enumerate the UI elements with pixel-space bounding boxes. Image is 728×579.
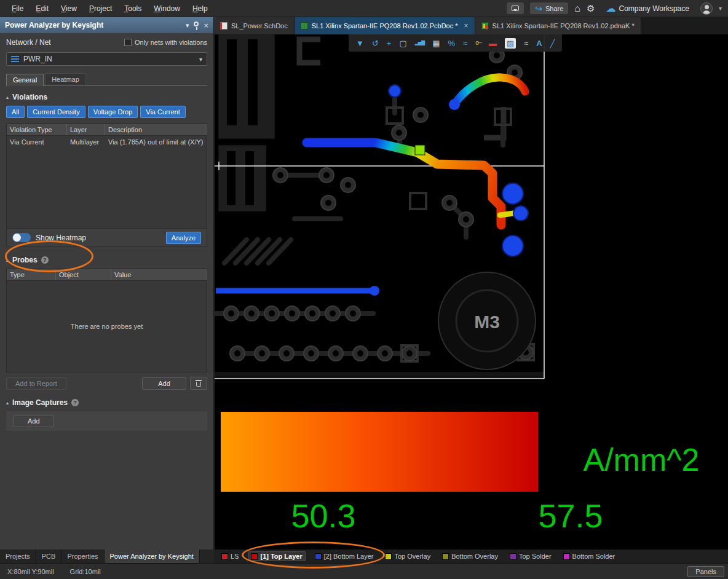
col-description: Description (105, 124, 207, 135)
layer-tab-top-overlay[interactable]: Top Overlay (382, 552, 433, 561)
violations-section-header[interactable]: ▴ Violations (6, 93, 207, 101)
line-tool-icon[interactable]: ╱ (550, 39, 555, 47)
via (449, 99, 460, 110)
panel-tabs: General Heatmap (6, 73, 207, 86)
selection-rect-icon[interactable]: ▢ (399, 39, 406, 47)
show-heatmap-label: Show Heatmap (36, 234, 86, 242)
collapse-triangle-icon: ▴ (6, 400, 9, 406)
cloud-icon: ☁ (606, 4, 615, 14)
cursor-coordinates: X:80mil Y:90mil (7, 568, 54, 575)
filter-all-button[interactable]: All (6, 106, 25, 118)
layer-tab-bottom-solder[interactable]: Bottom Solder (561, 552, 618, 561)
legend-left-value: 50.3 (291, 497, 355, 534)
filter-via-current-button[interactable]: Via Current (140, 106, 185, 118)
mount-hole-label: M3 (474, 312, 500, 332)
select-filter-icon[interactable]: ▼ (356, 39, 364, 47)
filter-voltage-drop-button[interactable]: Voltage Drop (88, 106, 138, 118)
heatmap-tool-icon[interactable]: ▨ (505, 38, 516, 49)
violation-row[interactable]: Via Current Multilayer Via (1.785A) out … (7, 136, 207, 148)
layer-label: Bottom Solder (572, 553, 615, 560)
measure-icon[interactable]: % (448, 39, 455, 47)
violations-only-label: Only nets with violations (135, 39, 207, 46)
user-menu-caret-icon[interactable]: ▾ (719, 6, 722, 12)
filter-current-density-button[interactable]: Current Density (27, 106, 85, 118)
lasso-icon[interactable]: ↺ (372, 39, 379, 47)
panels-button[interactable]: Panels (687, 566, 724, 577)
grid-setting: Grid:10mil (70, 568, 101, 575)
home-icon[interactable]: ⌂ (574, 4, 580, 14)
layer-tab-bottom-overlay[interactable]: Bottom Overlay (440, 552, 501, 561)
legend-gradient-bar (221, 412, 538, 492)
red-rect-icon[interactable]: ▬ (489, 39, 497, 47)
net-dropdown[interactable]: PWR_IN ▾ (6, 52, 207, 66)
menu-bar: File Edit View Project Tools Window Help… (0, 0, 728, 17)
menu-view[interactable]: View (55, 2, 82, 15)
tab-heatmap[interactable]: Heatmap (45, 73, 86, 85)
add-capture-button[interactable]: Add (14, 415, 54, 427)
layer-color-swatch (251, 553, 258, 560)
probes-section-header[interactable]: ▴ Probes ? (6, 256, 207, 264)
via (513, 206, 528, 221)
tab-pcbdoc[interactable]: SL1 Xilinx Spartan-IIE PQ208 Rev1.02.Pcb… (295, 17, 475, 34)
layer-color-swatch (442, 553, 449, 560)
menu-file[interactable]: File (6, 2, 29, 15)
probes-title: Probes (12, 256, 38, 264)
tab-pcb[interactable]: PCB (36, 549, 62, 563)
tab-power-analyzer[interactable]: Power Analyzer by Keysight (105, 549, 200, 563)
delete-probe-button[interactable] (190, 377, 207, 390)
layer-tab-bar: LS [1] Top Layer [2] Bottom Layer Top Ov… (214, 549, 622, 563)
comments-button[interactable] (507, 2, 524, 14)
col-value: Value (111, 269, 207, 280)
pcb-toolbar: ▼ ↺ + ▢ ▂▅▇ ▦ % ≈ o─ ▬ ▨ ≈ A ╱ (349, 34, 562, 52)
layer-tab-ls[interactable]: LS (219, 552, 241, 561)
tab-properties[interactable]: Properties (61, 549, 104, 563)
layer-tab-top-layer[interactable]: [1] Top Layer (248, 551, 305, 561)
key-icon[interactable]: o─ (475, 40, 481, 46)
share-button[interactable]: ↪ Share (530, 2, 568, 14)
layer-label: Top Overlay (394, 553, 430, 560)
violations-only-checkbox[interactable] (124, 39, 132, 46)
tab-general[interactable]: General (6, 74, 44, 86)
tab-schdoc-label: SL_Power.SchDoc (231, 22, 288, 30)
tab-schdoc[interactable]: SL_Power.SchDoc (214, 17, 295, 34)
share-label: Share (545, 5, 563, 12)
col-type: Type (7, 269, 56, 280)
image-captures-section-header[interactable]: ▴ Image Captures ? (6, 398, 207, 407)
menu-edit[interactable]: Edit (30, 2, 54, 15)
layer-tab-bottom-layer[interactable]: [2] Bottom Layer (312, 552, 376, 561)
grid-icon[interactable]: ▦ (432, 39, 440, 47)
text-tool-icon[interactable]: A (536, 39, 542, 47)
tab-close-icon[interactable]: × (464, 22, 469, 30)
add-to-report-button[interactable]: Add to Report (6, 377, 66, 390)
col-violation-type: Violation Type (7, 124, 67, 135)
bar-chart-icon[interactable]: ▂▅▇ (415, 41, 424, 45)
analyze-button[interactable]: Analyze (166, 232, 201, 244)
gear-icon[interactable]: ⚙ (587, 4, 595, 13)
probes-help-icon[interactable]: ? (41, 256, 49, 264)
panel-menu-caret-icon[interactable]: ▾ (186, 22, 189, 30)
tab-pdna[interactable]: SL1 Xilinx Spartan-IIE PQ208 Rev1.02.pdn… (475, 17, 641, 34)
panel-tabs-bar: Projects PCB Properties Power Analyzer b… (0, 549, 214, 563)
panel-close-icon[interactable]: × (204, 21, 208, 30)
tab-projects[interactable]: Projects (0, 549, 36, 563)
pin-icon[interactable] (194, 22, 199, 26)
image-captures-help-icon[interactable]: ? (71, 399, 79, 406)
layer-color-swatch (510, 553, 516, 560)
workspace-button[interactable]: ☁ Company Workspace (601, 2, 694, 14)
show-heatmap-toggle[interactable] (12, 233, 31, 242)
layer-tab-top-solder[interactable]: Top Solder (507, 552, 554, 561)
wave-icon[interactable]: ≈ (463, 39, 467, 47)
share-arrow-icon: ↪ (535, 4, 542, 13)
menu-project[interactable]: Project (84, 2, 117, 15)
add-probe-button[interactable]: Add (142, 377, 186, 390)
menu-tools[interactable]: Tools (119, 2, 147, 15)
violations-table-header: Violation Type Layer Description (7, 124, 207, 136)
crosshair-icon[interactable]: + (387, 39, 392, 47)
probes-table: Type Object Value There are no probes ye… (6, 269, 207, 372)
menu-help[interactable]: Help (187, 2, 213, 15)
user-avatar[interactable] (700, 2, 713, 15)
waveform-icon[interactable]: ≈ (524, 39, 528, 47)
pcb-canvas[interactable]: ▼ ↺ + ▢ ▂▅▇ ▦ % ≈ o─ ▬ ▨ ≈ A ╱ (214, 34, 728, 549)
menu-window[interactable]: Window (148, 2, 186, 15)
col-layer: Layer (67, 124, 105, 135)
